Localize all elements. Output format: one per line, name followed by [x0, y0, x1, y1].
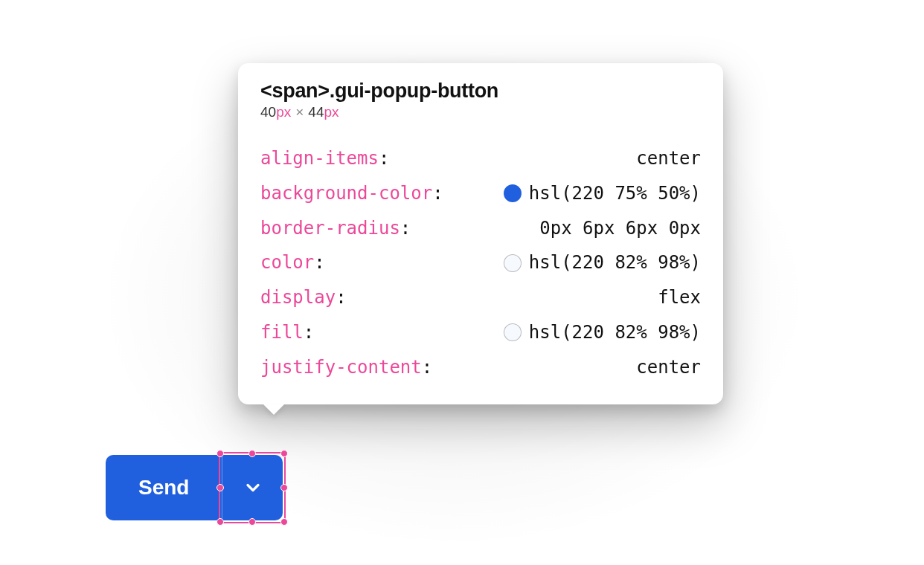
css-property-row: align-items: center — [260, 141, 701, 176]
css-property-value: hsl(220 82% 98%) — [504, 245, 701, 280]
css-property-row: fill: hsl(220 82% 98%) — [260, 315, 701, 350]
css-property-value: center — [636, 141, 701, 176]
selection-handle[interactable] — [280, 450, 288, 457]
css-property-name: fill: — [260, 315, 314, 350]
css-property-name: display: — [260, 280, 347, 315]
dimension-width-unit: px — [276, 104, 291, 120]
css-property-value: 0px 6px 6px 0px — [539, 211, 701, 246]
css-property-row: justify-content: center — [260, 350, 701, 385]
dimension-width-value: 40 — [260, 104, 276, 120]
css-property-row: background-color: hsl(220 75% 50%) — [260, 176, 701, 211]
color-swatch-icon — [504, 254, 522, 272]
css-property-name: background-color: — [260, 176, 443, 211]
css-property-name: align-items: — [260, 141, 389, 176]
selection-handle[interactable] — [280, 518, 288, 526]
inspected-element-selector: <span>.gui-popup-button — [260, 80, 701, 103]
css-property-value: flex — [658, 280, 701, 315]
color-swatch-icon — [504, 184, 522, 202]
send-button[interactable]: Send — [106, 455, 222, 520]
element-class: .gui-popup-button — [330, 80, 498, 102]
split-button-group: Send — [106, 455, 283, 520]
css-property-row: color: hsl(220 82% 98%) — [260, 245, 701, 280]
css-inspector-tooltip: <span>.gui-popup-button 40px×44px align-… — [238, 63, 723, 404]
dimension-separator: × — [295, 104, 304, 120]
dimension-height-unit: px — [324, 104, 339, 120]
popup-button-selection-wrap — [222, 455, 283, 520]
chevron-down-icon — [243, 477, 263, 498]
css-property-value: hsl(220 75% 50%) — [504, 176, 701, 211]
element-tag: <span> — [260, 80, 330, 102]
css-property-value: hsl(220 82% 98%) — [504, 315, 701, 350]
css-property-row: border-radius: 0px 6px 6px 0px — [260, 211, 701, 246]
css-property-name: color: — [260, 245, 325, 280]
dimension-height-value: 44 — [308, 104, 324, 120]
css-property-row: display: flex — [260, 280, 701, 315]
element-dimensions: 40px×44px — [260, 104, 701, 120]
color-swatch-icon — [504, 323, 522, 341]
tooltip-header: <span>.gui-popup-button 40px×44px — [260, 80, 701, 120]
css-property-value: center — [636, 350, 701, 385]
popup-dropdown-button[interactable] — [222, 455, 283, 520]
css-property-name: border-radius: — [260, 211, 411, 246]
css-property-name: justify-content: — [260, 350, 432, 385]
css-properties-list: align-items: center background-color: hs… — [260, 141, 701, 385]
